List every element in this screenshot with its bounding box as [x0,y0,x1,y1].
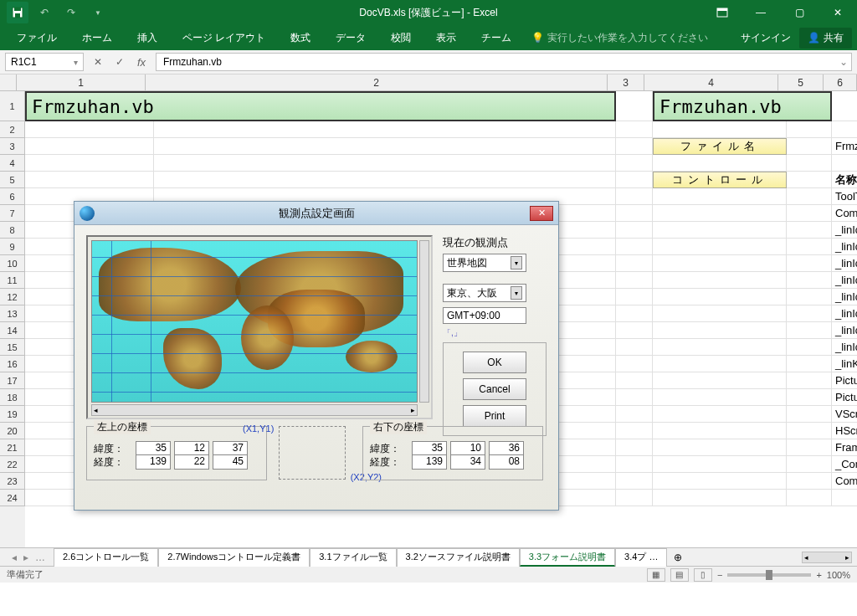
row-header[interactable]: 18 [0,389,25,406]
row-header[interactable]: 12 [0,289,25,305]
br-lon-d[interactable]: 139 [412,454,447,470]
column-header[interactable]: 6 [824,74,857,90]
list-item[interactable]: _linIc [832,289,857,305]
ribbon-options-icon[interactable] [703,0,742,25]
list-item[interactable]: Frame2 [832,439,857,456]
tab-formulas[interactable]: 数式 [279,26,322,50]
map-horizontal-scrollbar[interactable]: ◂▸ [91,404,418,416]
print-button[interactable]: Print [463,405,526,427]
row-header[interactable]: 8 [0,222,25,239]
row-header[interactable]: 2 [0,121,25,138]
list-item[interactable]: Pictur [832,389,857,406]
list-item[interactable]: _linIc [832,339,857,356]
dialog-close-icon[interactable]: ✕ [530,206,553,221]
row-header[interactable]: 9 [0,239,25,255]
row-header[interactable]: 1 [0,91,25,121]
tab-file[interactable]: ファイル [5,26,69,50]
sheet-tab[interactable]: 2.7Windowsコントロール定義書 [158,548,310,567]
ok-button[interactable]: OK [463,352,526,373]
row-header[interactable]: 3 [0,138,25,155]
sheet-nav-next-icon[interactable]: ▸ [23,552,28,563]
br-lon-s[interactable]: 08 [489,454,524,470]
list-item[interactable]: _linIc [832,305,857,322]
close-icon[interactable]: ✕ [819,0,857,25]
redo-icon[interactable]: ↷ [60,2,82,23]
gmt-field[interactable]: GMT+09:00 [443,307,526,324]
save-icon[interactable] [7,2,28,23]
row-header[interactable]: 22 [0,456,25,473]
row-header[interactable]: 10 [0,255,25,272]
minimize-icon[interactable]: — [742,0,780,25]
list-item[interactable]: _linIc [832,272,857,289]
row-header[interactable]: 15 [0,339,25,356]
dialog-title-bar[interactable]: 観測点設定画面 ✕ [74,202,558,225]
tell-me-search[interactable]: 💡 実行したい作業を入力してください [531,31,708,45]
column-header[interactable]: 2 [146,74,608,90]
tab-review[interactable]: 校閲 [379,26,423,50]
list-item[interactable]: _linIc [832,222,857,239]
list-item[interactable]: _linIc [832,255,857,272]
sheet-tab[interactable]: 3.3フォーム説明書 [520,548,615,567]
tab-home[interactable]: ホーム [70,26,124,50]
share-button[interactable]: 👤 共有 [799,28,852,49]
select-all-corner[interactable] [0,74,17,90]
list-item[interactable]: VScrol [832,406,857,423]
sign-in-link[interactable]: サインイン [741,31,791,45]
list-item[interactable]: _linKe [832,356,857,372]
chevron-down-icon[interactable]: ▾ [74,58,78,67]
list-item[interactable]: _Comma [832,456,857,473]
cell-name-header[interactable]: 名称 [832,172,857,188]
sheet-tab[interactable]: 2.6コントロール一覧 [54,548,158,567]
filename-label-cell[interactable]: ファイル名 [653,138,787,155]
row-header[interactable]: 6 [0,188,25,205]
sheet-tab[interactable]: 3.1ファイル一覧 [310,548,396,567]
row-header[interactable]: 5 [0,172,25,188]
br-lon-m[interactable]: 34 [450,454,485,470]
world-map[interactable] [91,240,418,403]
column-header[interactable]: 4 [644,74,778,90]
column-header[interactable]: 1 [17,74,146,90]
tab-insert[interactable]: 挿入 [126,26,169,50]
list-item[interactable]: Pictur [832,372,857,389]
row-header[interactable]: 4 [0,155,25,172]
row-header[interactable]: 19 [0,406,25,423]
list-item[interactable]: HScrol [832,423,857,439]
column-header[interactable]: 5 [778,74,824,90]
list-item[interactable]: _linIc [832,239,857,255]
accept-formula-icon[interactable]: ✓ [110,53,129,71]
row-header[interactable]: 13 [0,305,25,322]
name-box[interactable]: R1C1 ▾ [5,53,84,71]
cancel-formula-icon[interactable]: ✕ [89,53,107,71]
row-header[interactable]: 14 [0,322,25,339]
list-item[interactable]: Comma [832,473,857,490]
undo-icon[interactable]: ↶ [33,2,55,23]
row-header[interactable]: 24 [0,490,25,506]
zoom-in-icon[interactable]: + [816,570,821,580]
tab-team[interactable]: チーム [470,26,523,50]
formula-input[interactable]: Frmzuhan.vb ⌄ [156,53,852,71]
banner-left[interactable]: Frmzuhan.vb [25,91,616,121]
tab-view[interactable]: 表示 [424,26,468,50]
city-select[interactable]: 東京、大阪 ▾ [443,284,526,302]
map-vertical-scrollbar[interactable] [419,240,429,403]
normal-view-icon[interactable]: ▦ [647,568,665,582]
row-header[interactable]: 20 [0,423,25,439]
banner-right[interactable]: Frmzuhan.vb [653,91,832,121]
row-header[interactable]: 16 [0,356,25,372]
expand-formula-icon[interactable]: ⌄ [839,56,848,68]
row-header[interactable]: 17 [0,372,25,389]
tl-lon-s[interactable]: 45 [213,454,248,470]
sheet-nav-more-icon[interactable]: … [35,552,45,563]
list-item[interactable]: ToolTi [832,188,857,205]
column-header[interactable]: 3 [608,74,644,90]
tl-lon-m[interactable]: 22 [174,454,209,470]
qat-customize-icon[interactable]: ▼ [87,2,109,23]
zoom-slider[interactable] [727,573,811,577]
horizontal-scrollbar[interactable]: ◂▸ [802,552,852,563]
page-break-view-icon[interactable]: ▯ [694,568,712,582]
zoom-out-icon[interactable]: − [717,570,722,580]
sheet-nav-prev-icon[interactable]: ◂ [12,552,17,563]
add-sheet-icon[interactable]: ⊕ [669,552,687,563]
cell-filename-value[interactable]: Frmzuh [832,138,857,155]
map-type-select[interactable]: 世界地図 ▾ [443,254,526,272]
